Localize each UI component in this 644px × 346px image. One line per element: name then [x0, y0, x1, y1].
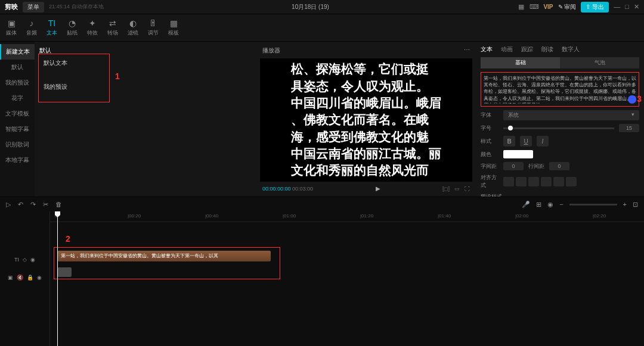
- tool-media[interactable]: ▣媒体: [6, 18, 17, 37]
- snap-toggle[interactable]: ⊞: [536, 201, 541, 208]
- sidebar-auto-caption[interactable]: 智能字幕: [0, 121, 35, 137]
- tab-text[interactable]: 文本: [481, 45, 493, 54]
- zoom-out-button[interactable]: −: [559, 201, 563, 208]
- tab-tts[interactable]: 朗读: [541, 45, 553, 54]
- minimize-button[interactable]: —: [614, 3, 620, 11]
- sidebar-my-preset[interactable]: 我的预设: [0, 75, 35, 91]
- timeline-tracks[interactable]: 0 |00:20 |00:40 |01:00 |01:20 |01:40 |02…: [50, 211, 644, 346]
- split-button[interactable]: ✂: [43, 201, 48, 208]
- record-button[interactable]: 🎤: [522, 201, 530, 208]
- asset-content: 默认 默认文本 我的预设 1: [35, 42, 256, 197]
- font-select[interactable]: 系统▾: [503, 110, 639, 120]
- title-bar: 剪映 菜单 21:45:14 自动保存本地 10月18日 (19) ▦ ⌨ VI…: [0, 0, 644, 14]
- underline-button[interactable]: U: [520, 136, 532, 146]
- zoom-in-button[interactable]: +: [623, 201, 627, 208]
- line-spacing-label: 行间距: [528, 163, 544, 170]
- inspector-panel: 文本 动画 跟踪 朗读 数字人 基础 气泡 第一站，我们来到位于中国安徽省的黄山…: [476, 42, 644, 197]
- callout-box-1: 默认文本 我的预设: [38, 54, 110, 102]
- undo-button[interactable]: ↶: [18, 201, 23, 208]
- tool-text[interactable]: TI文本: [47, 18, 57, 37]
- eye-icon[interactable]: ◉: [30, 257, 35, 263]
- sidebar-default[interactable]: 默认: [0, 60, 35, 75]
- align-center-button[interactable]: [516, 177, 527, 186]
- tool-effect[interactable]: ✦特效: [87, 18, 98, 37]
- menu-button[interactable]: 菜单: [23, 2, 44, 13]
- maximize-button[interactable]: □: [625, 3, 629, 11]
- size-slider[interactable]: [503, 127, 614, 129]
- sidebar-lyrics[interactable]: 识别歌词: [0, 137, 35, 152]
- bold-button[interactable]: B: [503, 136, 515, 146]
- lock-icon[interactable]: 🔒: [27, 275, 33, 280]
- preset-default-text[interactable]: 默认文本: [39, 54, 109, 71]
- ratio-icon[interactable]: [◻]: [442, 186, 450, 192]
- mute-icon[interactable]: 🔇: [17, 275, 23, 280]
- text-content-box[interactable]: 第一站，我们来到位于中国安徽省的黄山。黄山被誉为天下第一奇山，以其奇松、怪石、云…: [484, 75, 636, 104]
- play-button[interactable]: ▶: [376, 185, 380, 192]
- adjust-icon: 🎚: [149, 18, 157, 28]
- template-icon: ▦: [170, 18, 178, 28]
- media-track-head[interactable]: ▣ 🔇 🔒 ◉: [0, 269, 49, 286]
- tool-template[interactable]: ▦模板: [168, 18, 179, 37]
- vip-badge[interactable]: VIP: [543, 4, 553, 10]
- timeline-ruler[interactable]: 0 |00:20 |00:40 |01:00 |01:20 |01:40 |02…: [50, 211, 644, 222]
- redo-button[interactable]: ↷: [30, 201, 36, 208]
- color-picker[interactable]: [503, 150, 533, 158]
- align-middle-button[interactable]: [553, 177, 564, 186]
- callout-number-2: 2: [66, 234, 70, 244]
- align-bottom-button[interactable]: [566, 177, 577, 186]
- subtab-bubble[interactable]: 气泡: [560, 57, 639, 68]
- delete-button[interactable]: 🗑: [55, 201, 62, 208]
- fullscreen-icon[interactable]: ⛶: [465, 186, 470, 192]
- align-top-button[interactable]: [541, 177, 552, 186]
- playhead[interactable]: [57, 211, 58, 346]
- media-clip[interactable]: [57, 267, 72, 277]
- zoom-fit-button[interactable]: ⊡: [633, 201, 638, 208]
- eye-icon[interactable]: ◉: [37, 275, 42, 280]
- subtab-basic[interactable]: 基础: [481, 57, 560, 68]
- sidebar-local-caption[interactable]: 本地字幕: [0, 152, 35, 168]
- preview-toggle[interactable]: ◉: [547, 201, 553, 208]
- media-icon: ▣: [8, 18, 16, 28]
- player-text-overlay: 松、探海松等，它们或挺 具姿态，令人叹为观止。 中国四川省的峨眉山。峨眉 、佛教…: [291, 61, 441, 179]
- tool-filter[interactable]: ◐滤镜: [128, 18, 138, 37]
- main-toolbar: ▣媒体 ♪音频 TI文本 ◔贴纸 ✦特效 ⇄转场 ◐滤镜 🎚调节 ▦模板: [0, 14, 644, 42]
- font-label: 字体: [481, 111, 499, 119]
- size-label: 字号: [481, 124, 499, 132]
- timeline-panel: ▷ ↶ ↷ ✂ 🗑 🎤 ⊞ ◉ − + ⊡ TI ◇ ◉ ▣: [0, 197, 644, 346]
- sidebar-fancy[interactable]: 花字: [0, 91, 35, 106]
- tool-adjust[interactable]: 🎚调节: [148, 18, 159, 37]
- size-input[interactable]: 15: [619, 124, 639, 132]
- tool-sticker[interactable]: ◔贴纸: [67, 18, 78, 37]
- project-title: 10月18日 (19): [292, 3, 329, 11]
- shortcut-icon[interactable]: ⌨: [530, 3, 538, 11]
- select-tool[interactable]: ▷: [6, 201, 11, 208]
- align-left-button[interactable]: [503, 177, 514, 186]
- sidebar-new-text[interactable]: 新建文本: [0, 44, 35, 60]
- tool-transition[interactable]: ⇄转场: [107, 18, 118, 37]
- resolution-icon[interactable]: ▭: [454, 186, 460, 192]
- sidebar-template[interactable]: 文字模板: [0, 106, 35, 121]
- close-button[interactable]: ✕: [634, 3, 639, 11]
- italic-button[interactable]: I: [537, 136, 549, 146]
- lock-icon[interactable]: ◇: [23, 257, 27, 263]
- player-menu-icon[interactable]: ⋯: [464, 46, 470, 55]
- ai-badge-icon[interactable]: [628, 95, 636, 104]
- layout-icon[interactable]: ▦: [517, 3, 525, 11]
- zoom-slider[interactable]: [569, 204, 617, 205]
- player-panel: 播放器 ⋯ 松、探海松等，它们或挺 具姿态，令人叹为观止。 中国四川省的峨眉山。…: [256, 42, 476, 197]
- letter-spacing-input[interactable]: 0: [503, 162, 524, 170]
- preset-my-preset[interactable]: 我的预设: [39, 71, 109, 95]
- callout-number-1: 1: [115, 71, 120, 81]
- tab-avatar[interactable]: 数字人: [562, 45, 580, 54]
- line-spacing-input[interactable]: 0: [549, 162, 569, 170]
- tool-audio[interactable]: ♪音频: [26, 18, 37, 37]
- align-right-button[interactable]: [528, 177, 539, 186]
- player-viewport[interactable]: 松、探海松等，它们或挺 具姿态，令人叹为观止。 中国四川省的峨眉山。峨眉 、佛教…: [260, 58, 472, 182]
- review-button[interactable]: ✎ 审阅: [558, 3, 577, 11]
- text-clip[interactable]: 第一站，我们来到位于中国安徽省的黄山。黄山被誉为天下第一奇山，以其: [57, 251, 271, 261]
- text-track-head[interactable]: TI ◇ ◉: [0, 251, 49, 269]
- tab-tracking[interactable]: 跟踪: [521, 45, 533, 54]
- effect-icon: ✦: [89, 18, 96, 28]
- tab-animation[interactable]: 动画: [501, 45, 513, 54]
- export-button[interactable]: ⇧ 导出: [581, 2, 609, 13]
